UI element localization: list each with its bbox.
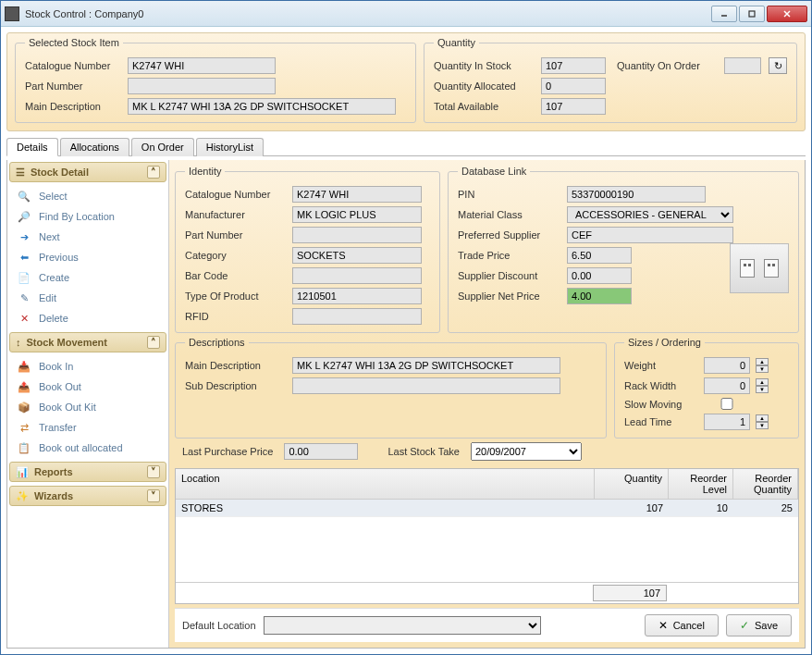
arrow-right-icon: ➔ xyxy=(17,229,31,244)
catalogue-value xyxy=(128,57,276,74)
id-rfid-value xyxy=(292,308,422,325)
nav-delete[interactable]: ✕Delete xyxy=(7,308,168,328)
qty-instock-value xyxy=(541,57,606,74)
main-desc-label: Main Description xyxy=(25,101,122,112)
row-rq: 25 xyxy=(733,500,798,516)
nav-previous[interactable]: ⬅Previous xyxy=(7,247,168,267)
main-area: ☰Stock Detail ˄ 🔍Select 🔎Find By Locatio… xyxy=(6,160,806,649)
nav-prev-label: Previous xyxy=(39,252,79,263)
chevron-up-icon: ˄ xyxy=(147,336,160,349)
nav-book-out-kit[interactable]: 📦Book Out Kit xyxy=(7,397,168,417)
nav-book-out-allocated[interactable]: 📋Book out allocated xyxy=(7,438,168,458)
nav-stock-movement-header[interactable]: ↕Stock Movement ˄ xyxy=(9,332,166,352)
id-cat2-label: Category xyxy=(185,250,287,261)
nav-wizards-title: Wizards xyxy=(34,490,73,501)
chevron-down-icon: ˅ xyxy=(147,489,160,502)
db-net-label: Supplier Net Price xyxy=(458,290,561,302)
app-icon xyxy=(5,6,19,21)
nav-select[interactable]: 🔍Select xyxy=(7,186,168,206)
id-barcode-label: Bar Code xyxy=(185,270,287,281)
dblink-group: Database Link PIN Material ClassACCESSOR… xyxy=(448,166,799,333)
identity-group: Identity Catalogue Number Manufacturer P… xyxy=(175,166,440,333)
desc-main-value xyxy=(292,357,560,374)
cancel-icon: ✕ xyxy=(658,619,668,632)
col-reorder-qty[interactable]: Reorder Quantity xyxy=(733,469,798,499)
rack-stepper[interactable]: ▲▼ xyxy=(756,378,769,393)
nav-reports-header[interactable]: 📊Reports ˅ xyxy=(9,462,166,482)
cancel-label: Cancel xyxy=(673,620,705,631)
qty-allocated-value xyxy=(541,78,606,94)
save-button[interactable]: ✓Save xyxy=(726,614,792,636)
window-title: Stock Control : Company0 xyxy=(25,8,711,19)
sz-slow-label: Slow Moving xyxy=(624,399,698,410)
tab-allocations[interactable]: Allocations xyxy=(60,138,129,156)
nav-find-label: Find By Location xyxy=(39,211,115,222)
col-quantity[interactable]: Quantity xyxy=(595,469,669,499)
nav-wizards-header[interactable]: ✨Wizards ˅ xyxy=(9,486,166,506)
default-location-select[interactable] xyxy=(264,616,541,635)
default-loc-label: Default Location xyxy=(182,620,256,631)
maximize-button[interactable] xyxy=(739,6,765,22)
desc-main-label: Main Description xyxy=(185,360,287,371)
nav-stock-detail-header[interactable]: ☰Stock Detail ˄ xyxy=(9,162,166,182)
wizard-icon: ✨ xyxy=(16,490,29,502)
nav-next-label: Next xyxy=(39,231,60,242)
db-material-select[interactable]: ACCESSORIES - GENERAL xyxy=(567,206,733,223)
nav-transfer[interactable]: ⇄Transfer xyxy=(7,417,168,438)
product-image xyxy=(730,243,789,293)
catalogue-label: Catalogue Number xyxy=(25,60,122,71)
sz-weight-value[interactable] xyxy=(704,357,750,374)
arrow-left-icon: ⬅ xyxy=(17,250,31,265)
nav-book-out[interactable]: 📤Book Out xyxy=(7,377,168,397)
sz-lead-value[interactable] xyxy=(704,414,750,430)
nav-find-by-location[interactable]: 🔎Find By Location xyxy=(7,206,168,227)
lead-stepper[interactable]: ▲▼ xyxy=(756,414,769,429)
nav-reports-title: Reports xyxy=(34,466,73,477)
id-barcode-value xyxy=(292,267,422,284)
desc-sub-label: Sub Description xyxy=(185,380,287,391)
nav-delete-label: Delete xyxy=(39,313,68,324)
id-category-value xyxy=(292,247,422,264)
weight-stepper[interactable]: ▲▼ xyxy=(756,358,769,373)
col-location[interactable]: Location xyxy=(176,469,595,499)
col-reorder-level[interactable]: Reorder Level xyxy=(669,469,733,499)
document-icon: 📄 xyxy=(17,270,31,285)
refresh-button[interactable]: ↻ xyxy=(769,57,787,74)
window-buttons xyxy=(711,6,807,22)
row-qty: 107 xyxy=(595,500,669,516)
cancel-button[interactable]: ✕Cancel xyxy=(645,614,719,636)
table-row[interactable]: STORES 107 10 25 xyxy=(176,500,798,517)
db-discount-label: Supplier Discount xyxy=(458,270,561,281)
desc-sub-value xyxy=(292,377,560,394)
title-bar: Stock Control : Company0 xyxy=(1,1,811,27)
db-pin-label: PIN xyxy=(458,189,561,200)
nav-edit[interactable]: ✎Edit xyxy=(7,288,168,308)
nav-book-in[interactable]: 📥Book In xyxy=(7,356,168,377)
tab-details[interactable]: Details xyxy=(6,138,58,156)
minimize-button[interactable] xyxy=(711,6,737,22)
sz-rack-value[interactable] xyxy=(704,377,750,394)
close-button[interactable] xyxy=(767,6,807,22)
id-type-label: Type Of Product xyxy=(185,290,287,302)
slow-moving-checkbox[interactable] xyxy=(704,398,750,410)
id-mfr-label: Manufacturer xyxy=(185,209,287,220)
nav-create[interactable]: 📄Create xyxy=(7,267,168,288)
content-area: Selected Stock Item Catalogue Number Par… xyxy=(1,27,811,654)
window-frame: Stock Control : Company0 Selected Stock … xyxy=(0,0,812,655)
book-out-icon: 📤 xyxy=(17,379,31,394)
location-table-header: Location Quantity Reorder Level Reorder … xyxy=(176,469,798,500)
last-stock-take-select[interactable]: 20/09/2007 xyxy=(471,442,582,461)
nav-next[interactable]: ➔Next xyxy=(7,227,168,247)
chevron-up-icon: ˄ xyxy=(147,166,160,179)
dblink-legend: Database Link xyxy=(458,166,530,177)
location-table-footer: 107 xyxy=(176,582,798,603)
sizes-legend: Sizes / Ordering xyxy=(624,337,705,348)
sz-rack-label: Rack Width xyxy=(624,380,698,391)
tab-on-order[interactable]: On Order xyxy=(131,138,194,156)
quantity-legend: Quantity xyxy=(434,37,479,48)
part-label: Part Number xyxy=(25,80,122,92)
selected-stock-legend: Selected Stock Item xyxy=(25,37,123,48)
nav-bookoutkit-label: Book Out Kit xyxy=(39,402,96,413)
db-discount-value xyxy=(567,267,632,284)
tab-history[interactable]: HistoryList xyxy=(196,138,264,156)
